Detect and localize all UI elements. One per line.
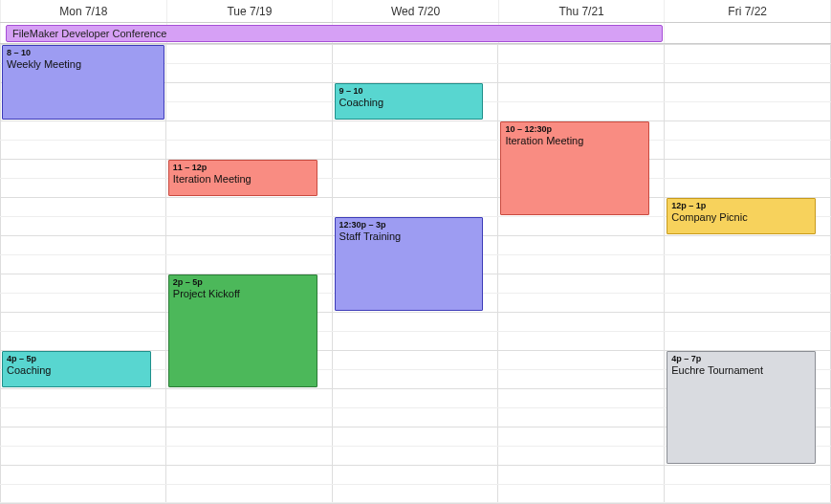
event-time: 8 – 10 <box>7 48 160 58</box>
event-title: Iteration Meeting <box>505 135 645 147</box>
event-title: Euchre Tournament <box>671 364 811 377</box>
event-title: Coaching <box>7 364 146 377</box>
grid-hour-line <box>0 159 831 160</box>
day-header-row: Mon 7/18 Tue 7/19 Wed 7/20 Thu 7/21 Fri … <box>0 0 831 23</box>
event-title: Company Picnic <box>671 211 811 224</box>
calendar-event[interactable]: 9 – 10Coaching <box>335 83 484 120</box>
event-time: 12:30p – 3p <box>339 220 479 230</box>
calendar-event[interactable]: 4p – 7pEuchre Tournament <box>667 351 816 464</box>
grid-hour-line <box>0 140 831 141</box>
calendar-event[interactable]: 10 – 12:30pIteration Meeting <box>500 121 649 215</box>
calendar-event[interactable]: 8 – 10Weekly Meeting <box>2 45 164 120</box>
grid-hour-line <box>0 331 831 332</box>
all-day-event[interactable]: FileMaker Developer Conference <box>6 25 663 42</box>
grid-hour-line <box>0 312 831 313</box>
event-time: 4p – 7p <box>671 354 811 364</box>
day-header[interactable]: Wed 7/20 <box>333 0 499 22</box>
event-time: 9 – 10 <box>339 86 479 97</box>
calendar-event[interactable]: 2p – 5pProject Kickoff <box>168 274 317 387</box>
calendar-event[interactable]: 11 – 12pIteration Meeting <box>168 160 317 196</box>
event-title: Staff Training <box>339 230 479 243</box>
calendar-event[interactable]: 12:30p – 3pStaff Training <box>335 217 484 311</box>
day-header[interactable]: Thu 7/21 <box>499 0 666 22</box>
all-day-event-title: FileMaker Developer Conference <box>12 28 166 39</box>
event-title: Coaching <box>339 97 479 109</box>
grid-hour-line <box>0 465 831 466</box>
event-title: Iteration Meeting <box>173 173 313 186</box>
event-time: 11 – 12p <box>173 163 313 173</box>
grid-hour-line <box>0 121 831 121</box>
all-day-row: FileMaker Developer Conference <box>0 23 831 44</box>
event-time: 2p – 5p <box>173 277 313 288</box>
calendar-grid[interactable]: 8 – 10Weekly Meeting4p – 5pCoaching11 – … <box>0 44 831 503</box>
day-header[interactable]: Fri 7/22 <box>665 0 831 22</box>
day-header[interactable]: Tue 7/19 <box>167 0 334 22</box>
calendar-event[interactable]: 12p – 1pCompany Picnic <box>667 198 816 234</box>
day-header[interactable]: Mon 7/18 <box>0 0 167 22</box>
grid-hour-line <box>0 484 831 485</box>
calendar-event[interactable]: 4p – 5pCoaching <box>2 351 151 387</box>
event-title: Project Kickoff <box>173 288 313 300</box>
all-day-cell[interactable] <box>665 23 831 43</box>
event-time: 4p – 5p <box>7 354 146 364</box>
event-title: Weekly Meeting <box>7 58 160 71</box>
grid-hour-line <box>0 178 831 179</box>
event-time: 12p – 1p <box>671 201 811 211</box>
event-time: 10 – 12:30p <box>505 124 645 135</box>
